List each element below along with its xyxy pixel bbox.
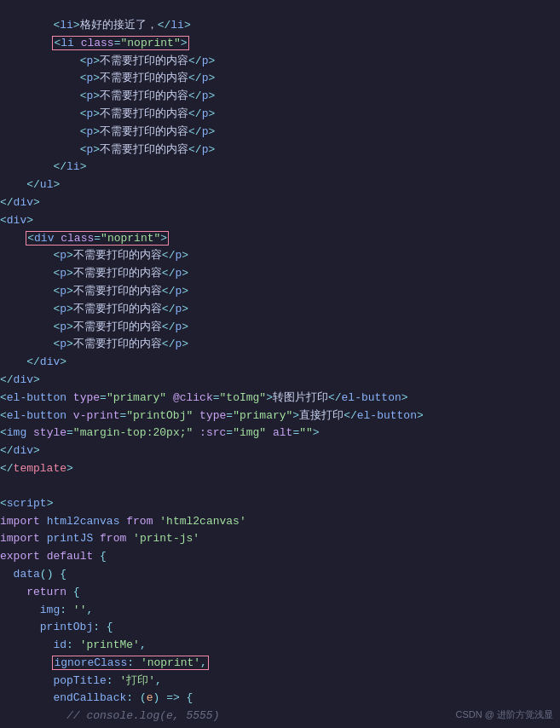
code-line: <div> <box>0 212 560 230</box>
code-line <box>0 478 560 495</box>
watermark: CSDN @ 进阶方觉浅显 <box>456 708 553 721</box>
code-editor: <li>格好的接近了，</li> <li class="noprint"> <p… <box>0 0 560 728</box>
code-line: data() { <box>0 566 560 584</box>
code-line: <p>不需要打印的内容</p> <box>0 53 560 71</box>
code-line: popTitle: '打印', <box>0 673 560 690</box>
code-line: endCallback: (e) => { <box>0 690 560 708</box>
code-line: printObj: { <box>0 619 560 637</box>
code-line: </li> <box>0 159 560 176</box>
code-line: ignoreClass: 'noprint', <box>0 655 560 673</box>
code-line: <div class="noprint"> <box>0 230 560 248</box>
code-line: <p>不需要打印的内容</p> <box>0 283 560 301</box>
code-line: </template> <box>0 460 560 478</box>
code-line: </ul> <box>0 176 560 194</box>
code-line: import html2canvas from 'html2canvas' <box>0 513 560 531</box>
code-line: <p>不需要打印的内容</p> <box>0 301 560 319</box>
code-line: import printJS from 'print-js' <box>0 530 560 548</box>
code-line: <img style="margin-top:20px;" :src="img"… <box>0 425 560 442</box>
code-line: <p>不需要打印的内容</p> <box>0 265 560 283</box>
code-line: id: 'printMe', <box>0 637 560 655</box>
code-line: export default { <box>0 548 560 566</box>
code-line: </div> <box>0 442 560 460</box>
code-line <box>0 0 560 17</box>
code-line: </div> <box>0 354 560 372</box>
code-line: </div> <box>0 372 560 390</box>
code-line: <p>不需要打印的内容</p> <box>0 124 560 142</box>
code-line: <p>不需要打印的内容</p> <box>0 142 560 159</box>
code-line: <p>不需要打印的内容</p> <box>0 336 560 354</box>
code-line: return { <box>0 584 560 602</box>
code-line: <p>不需要打印的内容</p> <box>0 70 560 88</box>
code-line: <p>不需要打印的内容</p> <box>0 106 560 124</box>
code-line: <p>不需要打印的内容</p> <box>0 319 560 337</box>
code-line: <el-button type="primary" @click="toImg"… <box>0 390 560 407</box>
code-line: <li>格好的接近了，</li> <box>0 17 560 35</box>
code-line: </div> <box>0 194 560 212</box>
code-line: <li class="noprint"> <box>0 35 560 53</box>
code-line: <p>不需要打印的内容</p> <box>0 88 560 106</box>
code-line: <script> <box>0 495 560 513</box>
code-line: <el-button v-print="printObj" type="prim… <box>0 407 560 425</box>
code-line: img: '', <box>0 602 560 620</box>
code-line: <p>不需要打印的内容</p> <box>0 247 560 265</box>
